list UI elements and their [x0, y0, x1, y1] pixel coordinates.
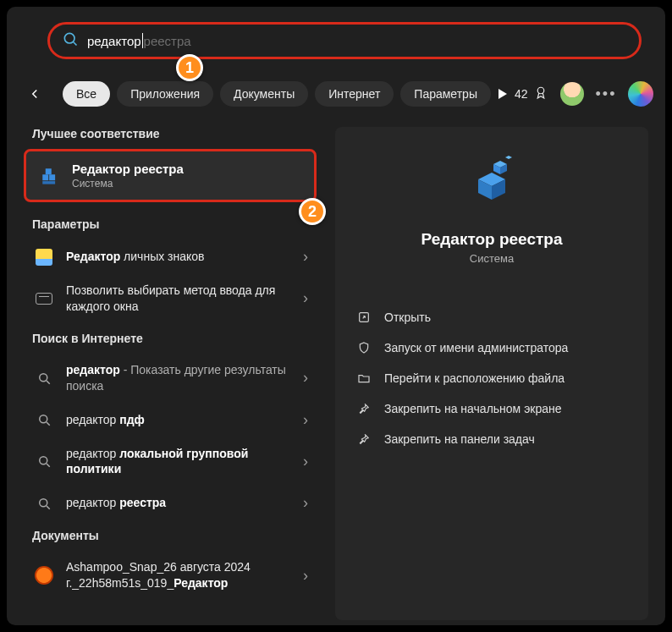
svg-rect-4	[49, 174, 55, 180]
action-open[interactable]: Открыть	[352, 304, 631, 331]
chevron-right-icon: ›	[303, 567, 308, 585]
search-icon	[34, 453, 54, 469]
search-suggestion-ghost: реестра	[144, 34, 191, 48]
svg-point-13	[40, 499, 47, 507]
best-match-item[interactable]: Редактор реестра Система	[24, 149, 317, 202]
details-actions: Открыть Запуск от имени администратора П…	[352, 304, 631, 453]
action-label: Запуск от имени администратора	[384, 341, 568, 354]
regedit-icon	[38, 164, 62, 188]
svg-line-12	[47, 464, 50, 467]
filter-tab-all[interactable]: Все	[63, 81, 110, 107]
svg-point-11	[40, 457, 47, 464]
chevron-right-icon: ›	[303, 248, 308, 266]
row-text: Позволить выбирать метод ввода для каждо…	[66, 283, 291, 315]
details-hero: Редактор реестра Система	[352, 149, 631, 282]
filter-tab-internet[interactable]: Интернет	[315, 81, 394, 107]
web-search-row[interactable]: редактор - Показать другие результаты по…	[24, 354, 317, 403]
section-web-label: Поиск в Интернете	[32, 332, 317, 345]
back-button[interactable]	[27, 86, 42, 102]
svg-line-8	[47, 381, 50, 384]
results-columns: Лучшее соответствие Редактор реестра Сис…	[24, 127, 648, 620]
svg-marker-21	[505, 156, 512, 159]
best-match-subtitle: Система	[72, 178, 184, 190]
results-left-column: Лучшее соответствие Редактор реестра Сис…	[24, 127, 320, 620]
svg-point-7	[40, 373, 47, 381]
svg-point-9	[40, 415, 47, 423]
play-button[interactable]	[498, 80, 508, 108]
chevron-right-icon: ›	[303, 289, 308, 307]
action-label: Открыть	[384, 311, 431, 324]
copilot-icon[interactable]	[628, 81, 653, 107]
search-input-wrap[interactable]: редактор реестра	[47, 22, 642, 59]
svg-point-0	[64, 33, 74, 43]
search-icon	[34, 496, 54, 511]
row-text: Ashampoo_Snap_26 августа 2024г._22h58m51…	[66, 559, 291, 591]
header-right-cluster: 42 •••	[515, 81, 653, 107]
row-text: редактор локальной групповой политики	[66, 446, 291, 478]
details-panel: Редактор реестра Система Открыть Запуск …	[335, 127, 648, 620]
section-best-match-label: Лучшее соответствие	[32, 127, 317, 140]
search-input[interactable]: редактор реестра	[87, 33, 191, 48]
shield-icon	[355, 341, 372, 354]
action-run-as-admin[interactable]: Запуск от имени администратора	[352, 334, 631, 361]
filter-row: Все Приложения Документы Интернет Параме…	[24, 80, 648, 108]
user-avatar[interactable]	[560, 82, 584, 106]
settings-row-private-chars[interactable]: Редактор личных знаков ›	[24, 239, 317, 274]
action-open-location[interactable]: Перейти к расположению файла	[352, 365, 631, 392]
text-caret	[142, 33, 143, 48]
filter-tab-settings[interactable]: Параметры	[400, 81, 491, 107]
web-search-row[interactable]: редактор пдф ›	[24, 403, 317, 437]
svg-line-1	[74, 42, 77, 46]
chevron-right-icon: ›	[303, 411, 308, 429]
folder-icon	[355, 371, 372, 385]
annotation-badge-2: 2	[299, 198, 320, 225]
filter-tab-apps[interactable]: Приложения	[117, 81, 213, 107]
rewards-points[interactable]: 42	[515, 85, 548, 103]
filter-tab-documents[interactable]: Документы	[220, 81, 308, 107]
search-icon	[34, 412, 54, 427]
web-search-row[interactable]: редактор реестра ›	[24, 486, 317, 520]
svg-rect-3	[42, 174, 48, 180]
search-icon	[34, 371, 54, 386]
chevron-right-icon: ›	[303, 369, 308, 387]
annotation-badge-1: 1	[176, 54, 203, 81]
row-text: редактор - Показать другие результаты по…	[66, 362, 291, 394]
document-row[interactable]: Ashampoo_Snap_26 августа 2024г._22h58m51…	[24, 551, 317, 600]
keyboard-icon	[34, 293, 54, 305]
svg-rect-5	[46, 168, 52, 174]
open-icon	[355, 311, 372, 324]
action-label: Закрепить на панели задач	[384, 432, 535, 446]
row-text: Редактор личных знаков	[66, 249, 291, 265]
section-docs-label: Документы	[32, 529, 317, 542]
svg-line-10	[47, 422, 50, 426]
action-label: Закрепить на начальном экране	[384, 402, 562, 415]
action-pin-taskbar[interactable]: Закрепить на панели задач	[352, 426, 631, 453]
medal-icon	[533, 85, 548, 103]
chevron-right-icon: ›	[303, 494, 308, 512]
action-label: Перейти к расположению файла	[384, 371, 565, 385]
svg-line-14	[47, 506, 50, 509]
details-subtitle: Система	[470, 252, 514, 265]
ashampoo-icon	[34, 566, 54, 585]
settings-row-input-method[interactable]: Позволить выбирать метод ввода для каждо…	[24, 274, 317, 323]
action-pin-start[interactable]: Закрепить на начальном экране	[352, 395, 631, 422]
best-match-title: Редактор реестра	[72, 162, 184, 176]
row-text: редактор пдф	[66, 412, 291, 428]
windows-search-panel: редактор реестра 1 Все Приложения Докуме…	[7, 7, 665, 625]
svg-point-2	[537, 87, 544, 94]
chevron-right-icon: ›	[303, 453, 308, 470]
row-text: редактор реестра	[66, 495, 291, 511]
regedit-icon-large	[461, 152, 522, 213]
svg-rect-6	[42, 181, 55, 184]
section-params-label: Параметры	[32, 217, 317, 231]
search-icon	[62, 30, 79, 51]
details-title: Редактор реестра	[421, 230, 563, 249]
more-button[interactable]: •••	[596, 85, 617, 103]
pin-icon	[355, 402, 372, 415]
points-value: 42	[515, 87, 528, 101]
pin-icon	[355, 432, 372, 446]
web-search-row[interactable]: редактор локальной групповой политики ›	[24, 437, 317, 486]
best-match-text: Редактор реестра Система	[72, 162, 184, 190]
pce-icon	[34, 249, 54, 266]
search-typed-text: редактор	[87, 34, 141, 48]
